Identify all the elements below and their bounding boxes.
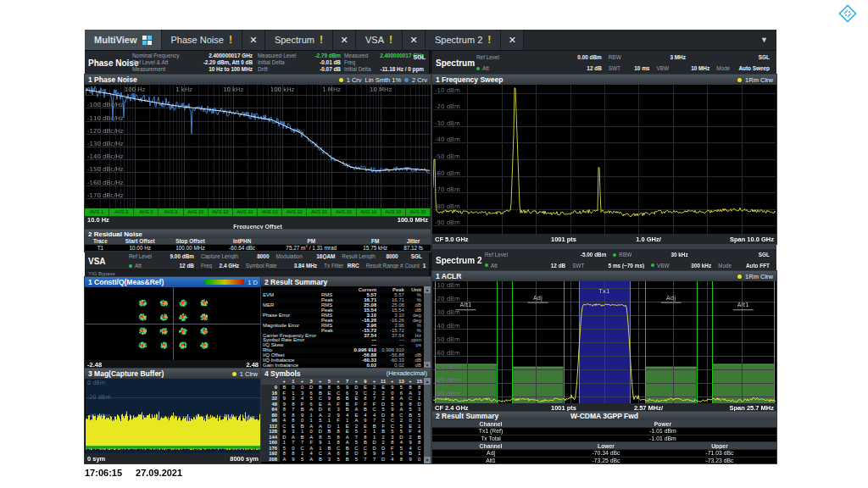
header-field[interactable]: Measured Level-2.79 dBm [258, 53, 341, 59]
aclr-window-title[interactable]: 1 ACLR 1Rm Clrw [432, 271, 776, 281]
window-title-text: 2 Result Summary [264, 278, 327, 286]
density-gradient-icon [205, 280, 244, 285]
aclr-result-summary-title[interactable]: 2 Result Summary W-CDMA 3GPP Fwd [432, 412, 776, 420]
table-cell: + [352, 378, 361, 385]
trace-legend: 1Rm Clrw [737, 273, 773, 280]
mag-capture-window-title[interactable]: 3 Mag(Capture Buffer) 1 Clrw [85, 369, 261, 379]
header-field[interactable]: Ref Level & Att-2.20 dBm, Att 0 dB [132, 59, 253, 66]
header-field[interactable]: Att12 dB [476, 65, 609, 71]
table-cell: 15.75 kHz [354, 245, 396, 251]
header-field[interactable]: VBW300 kHz [651, 263, 718, 269]
scroll-down-icon[interactable]: ▼ [424, 362, 431, 369]
field-value: 0.00 dBm [577, 54, 601, 60]
spectrum-channel-header[interactable]: Spectrum Ref Level0.00 dBmRBW3 MHzSGL At… [432, 51, 776, 75]
table-cell: Start Offset [116, 238, 164, 244]
table-cell: Tx Total [432, 435, 549, 442]
tab-phase-noise[interactable]: Phase Noise ! [162, 30, 242, 50]
constellation-window-title[interactable]: 1 ConstI/Q(Meas&Ref) 1 D [85, 277, 261, 287]
center-frequency: CF 5.0 GHz [435, 236, 523, 243]
header-field[interactable]: VBW10 MHz [656, 65, 716, 71]
table-cell: D [379, 457, 388, 463]
table-cell: 13 [397, 378, 406, 385]
header-field[interactable]: Initial Delta-0.01 dB [258, 59, 341, 66]
field-value: 3 MHz [670, 54, 685, 60]
symbols-scrollbar[interactable]: ▲ ▼ [424, 378, 431, 463]
header-field[interactable]: Ref Level-5.00 dBm [485, 252, 613, 258]
close-tab-spectrum-2[interactable]: ✕ [501, 30, 524, 50]
residual-noise-title[interactable]: 2 Residual Noise [85, 230, 431, 238]
table-cell: -60.64 dBc [216, 245, 268, 251]
header-field[interactable]: Modulation16QAM [275, 253, 342, 259]
tab-list-dropdown[interactable]: ▼ [752, 30, 776, 50]
header-field[interactable]: RBW30 kHz [613, 252, 694, 258]
close-tab-vsa[interactable]: ✕ [403, 30, 426, 50]
field-value: 9.00 dBm [170, 253, 194, 259]
result-summary-scrollbar[interactable]: ▲ ▼ [424, 286, 431, 369]
field-label: Result Range # [366, 263, 403, 269]
header-field[interactable]: Att12 dB [485, 263, 572, 269]
vsa-channel-header[interactable]: VSA Ref Level9.00 dBmCapture Length8000M… [85, 252, 429, 270]
field-value: 3.84 MHz [294, 263, 317, 269]
close-tab-phase-noise[interactable]: ✕ [242, 30, 265, 50]
tab-multiview[interactable]: MultiView [85, 30, 162, 50]
scroll-up-icon[interactable]: ▲ [424, 286, 431, 293]
window-title-text: 2 Result Summary [436, 412, 498, 420]
phase-noise-plot[interactable] [86, 85, 430, 208]
header-field[interactable]: Freq2.4 GHz [201, 263, 246, 269]
header-field[interactable]: SGL [405, 253, 429, 259]
frequency-sweep-plot[interactable] [433, 85, 776, 234]
vsa-result-summary-title[interactable]: 2 Result Summary [261, 277, 431, 286]
symbols-window-title[interactable]: 4 Symbols (Hexadecimal) [261, 369, 431, 378]
header-field[interactable]: Att12 dB [129, 263, 201, 269]
phase-noise-channel-header[interactable]: Phase Noise Nominal Frequency2.400000017… [85, 51, 429, 75]
field-label: Mode [718, 263, 732, 269]
field-label: SWT [609, 65, 620, 71]
header-field[interactable]: ModeAuto Sweep [716, 65, 776, 71]
tab-vsa[interactable]: VSA ! [356, 30, 403, 50]
header-field[interactable]: SGL [693, 54, 776, 60]
header-field[interactable]: SWT5 ms (~70 ms) [572, 263, 651, 269]
header-field[interactable]: SGL [695, 252, 776, 258]
tab-spectrum[interactable]: Spectrum ! [265, 30, 333, 50]
header-field[interactable]: Result Length8000 [342, 253, 404, 259]
aclr-footer: CF 2.4 GHz 1001 pts 2.57 MHz/ Span 25.7 … [432, 403, 776, 412]
header-field[interactable]: Capture Length8000 [201, 253, 276, 259]
table-cell: 7 [361, 457, 370, 463]
header-field[interactable]: Measured Freq2.400000017 GHz [344, 53, 424, 66]
avg-segment: AVG 10 [282, 208, 307, 216]
spectrum2-channel-header[interactable]: Spectrum 2 Ref Level-5.00 dBmRBW30 kHzSG… [432, 249, 776, 271]
scroll-up-icon[interactable]: ▲ [424, 378, 431, 385]
header-field[interactable]: Ref Level9.00 dBm [129, 253, 201, 259]
header-field[interactable]: Tx FilterRRC [324, 263, 366, 269]
mag-capture-window: 3 Mag(Capture Buffer) 1 Clrw 0 sym 8000 … [85, 369, 261, 463]
window-title-text: 1 Frequency Sweep [436, 75, 503, 84]
header-field[interactable]: ModeAuto FFT [718, 263, 776, 269]
header-field[interactable]: RBW3 MHz [609, 54, 693, 60]
frequency-sweep-window: 1 Frequency Sweep 1Rm Clrw CF 5.0 GHz 10… [432, 75, 776, 244]
header-field[interactable]: Measurement10 Hz to 100 MHz [132, 66, 253, 73]
trace1-dot-icon [232, 372, 236, 376]
header-field[interactable]: Drift-0.07 dB [258, 66, 341, 73]
header-field[interactable]: SWT10 ms [609, 65, 657, 71]
window-title-text: 4 Symbols [264, 369, 301, 378]
frequency-sweep-title[interactable]: 1 Frequency Sweep 1Rm Clrw [432, 75, 776, 85]
trace2-label: 2 Crv [412, 76, 427, 84]
scroll-down-icon[interactable]: ▼ [424, 457, 431, 463]
aclr-plot[interactable] [433, 281, 776, 403]
header-field[interactable]: Ref Level0.00 dBm [476, 54, 609, 60]
phase-noise-window-title[interactable]: 1 Phase Noise 1 Crv Lin Smth 1% 2 Crv [85, 75, 431, 85]
table-cell: 5 [325, 378, 334, 385]
tab-spectrum-2[interactable]: Spectrum 2 ! [426, 30, 501, 50]
field-value: -2.20 dBm, Att 0 dB [203, 59, 253, 66]
table-cell: 15 [415, 378, 424, 385]
header-field[interactable]: Result Range #1 [366, 263, 405, 269]
constellation-plot[interactable] [86, 287, 260, 360]
header-field[interactable]: Symbol Rate3.84 MHz [246, 263, 324, 269]
close-tab-spectrum[interactable]: ✕ [333, 30, 356, 50]
table-cell: + [316, 378, 326, 385]
header-field[interactable]: Count1 [405, 263, 429, 269]
mag-capture-plot[interactable] [86, 379, 260, 453]
header-field[interactable]: Nominal Frequency2.400000017 GHz [132, 53, 253, 59]
status-time: 17:06:15 [85, 468, 122, 478]
header-field[interactable]: Initial Delta-11.18 Hz / 0 ppm [344, 66, 424, 73]
